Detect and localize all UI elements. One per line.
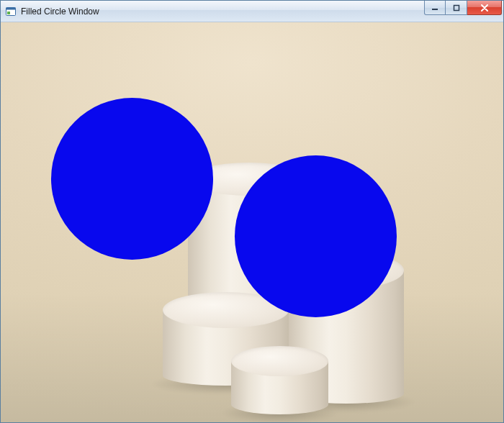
maximize-icon [453, 4, 460, 12]
pedestal-front-small [231, 346, 328, 414]
window-title: Filled Circle Window [21, 6, 424, 17]
close-button[interactable] [467, 1, 502, 15]
svg-rect-1 [6, 7, 16, 9]
background-scene [1, 22, 503, 422]
window-controls [424, 1, 502, 15]
maximize-button[interactable] [446, 1, 467, 15]
close-icon [480, 4, 489, 12]
titlebar[interactable]: Filled Circle Window [1, 1, 503, 22]
app-icon [5, 6, 17, 17]
svg-rect-4 [454, 5, 459, 10]
svg-rect-2 [7, 12, 10, 14]
filled-circle-1 [51, 98, 213, 260]
application-window: Filled Circle Window [0, 0, 504, 423]
canvas-area [1, 22, 503, 422]
minimize-icon [431, 4, 438, 12]
minimize-button[interactable] [424, 1, 446, 15]
svg-rect-3 [432, 9, 438, 10]
filled-circle-2 [235, 155, 397, 317]
